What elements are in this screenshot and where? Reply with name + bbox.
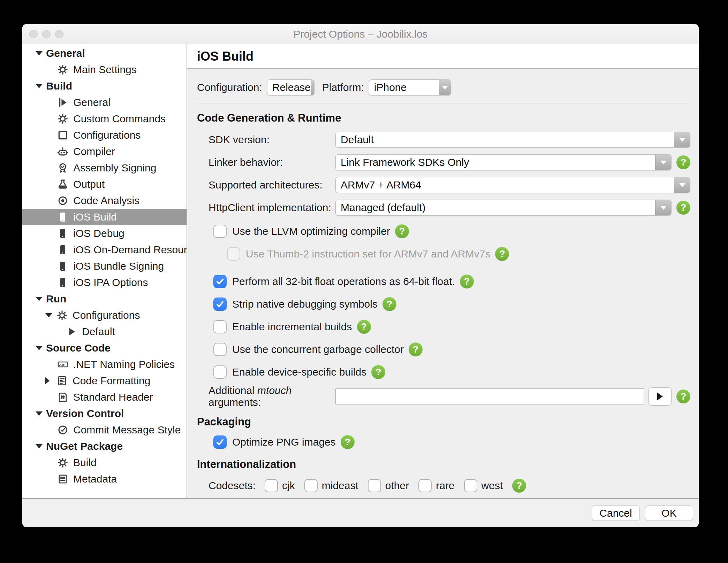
help-icon[interactable]: ?: [357, 320, 371, 334]
sidebar-item-ios-bundle-signing[interactable]: iOS Bundle Signing: [22, 258, 187, 274]
help-icon[interactable]: ?: [512, 479, 526, 493]
help-icon[interactable]: ?: [676, 155, 690, 169]
help-icon[interactable]: ?: [341, 435, 355, 449]
httpclient-implementation-row: HttpClient implementation: Managed (defa…: [197, 200, 690, 216]
minimize-button[interactable]: [42, 30, 51, 38]
chevron-down-icon[interactable]: [439, 80, 451, 95]
window-title: Project Options – Joobilix.los: [22, 28, 699, 40]
sidebar-item-run-default[interactable]: Default: [22, 323, 187, 340]
sidebar-item-standard-header[interactable]: Standard Header: [22, 389, 187, 405]
optimize-png-checkbox[interactable]: [213, 435, 227, 449]
sidebar-item-compiler[interactable]: Compiler: [22, 143, 187, 160]
chevron-down-icon[interactable]: [36, 411, 46, 416]
float64-checkbox[interactable]: [213, 275, 227, 288]
incremental-builds-checkbox[interactable]: [213, 320, 227, 333]
sidebar-item-nuget-package-category[interactable]: NuGet Package: [22, 438, 187, 454]
linker-behavior-dropdown[interactable]: Link Framework SDKs Only: [335, 154, 672, 170]
chevron-down-icon[interactable]: [36, 346, 46, 350]
mideast-checkbox[interactable]: [304, 479, 318, 492]
llvm-compiler-row: Use the LLVM optimizing compiler ?: [197, 224, 690, 238]
sidebar-item-ios-ipa-options[interactable]: iOS IPA Options: [22, 274, 187, 291]
optimize-png-row: Optimize PNG images ?: [197, 435, 690, 449]
help-icon[interactable]: ?: [395, 224, 409, 238]
phone-icon: [56, 244, 69, 256]
chevron-right-icon[interactable]: [45, 377, 56, 384]
sidebar-item-build-general[interactable]: General: [22, 94, 187, 110]
sidebar-item-net-naming-policies[interactable]: .NET Naming Policies: [22, 356, 187, 372]
document-lines-icon: [56, 473, 69, 485]
rare-checkbox[interactable]: [418, 479, 432, 492]
help-icon[interactable]: ?: [495, 247, 509, 261]
gear-icon: [56, 113, 69, 125]
gear-icon: [56, 456, 69, 469]
sidebar-item-assembly-signing[interactable]: Assembly Signing: [22, 160, 187, 176]
sidebar-item-run-category[interactable]: Run: [22, 291, 187, 307]
chevron-down-icon[interactable]: [36, 51, 46, 55]
concurrent-gc-checkbox[interactable]: [213, 343, 227, 356]
device-specific-builds-checkbox[interactable]: [213, 365, 227, 379]
sidebar-item-ios-on-demand-resources[interactable]: iOS On-Demand Resources: [22, 241, 187, 258]
chevron-down-icon[interactable]: [36, 297, 46, 301]
west-checkbox[interactable]: [464, 479, 477, 492]
help-icon[interactable]: ?: [676, 390, 690, 403]
phone-icon: [56, 260, 69, 272]
httpclient-implementation-dropdown[interactable]: Managed (default): [335, 200, 672, 216]
supported-architectures-row: Supported architectures: ARMv7 + ARM64: [197, 177, 690, 193]
sidebar-item-ios-debug[interactable]: iOS Debug: [22, 225, 187, 241]
linker-behavior-row: Linker behavior: Link Framework SDKs Onl…: [197, 154, 690, 170]
help-icon[interactable]: ?: [371, 365, 385, 379]
sidebar-item-general-category[interactable]: General: [22, 45, 187, 61]
divider: [197, 103, 690, 103]
sidebar-item-build-category[interactable]: Build: [22, 78, 187, 94]
help-icon[interactable]: ?: [382, 297, 396, 311]
gear-icon: [56, 309, 68, 322]
page-title: iOS Build: [197, 49, 253, 64]
chevron-down-icon[interactable]: [45, 313, 56, 317]
supported-architectures-label: Supported architectures:: [208, 179, 335, 191]
configuration-dropdown[interactable]: Release: [267, 79, 314, 95]
use-llvm-checkbox[interactable]: [213, 225, 227, 238]
cancel-button[interactable]: Cancel: [592, 506, 640, 521]
sidebar-item-configurations[interactable]: Configurations: [22, 127, 187, 143]
chevron-down-icon[interactable]: [655, 200, 671, 215]
ok-button[interactable]: OK: [645, 506, 693, 521]
circle-dot-icon: [56, 194, 69, 207]
sidebar-item-nuget-build[interactable]: Build: [22, 454, 187, 471]
sidebar-item-commit-message-style[interactable]: Commit Message Style: [22, 422, 187, 438]
chevron-down-icon[interactable]: [311, 80, 314, 95]
sidebar-item-run-configurations[interactable]: Configurations: [22, 307, 187, 323]
sdk-version-dropdown[interactable]: Default: [335, 132, 690, 148]
insert-argument-button[interactable]: [649, 387, 672, 406]
sdk-version-row: SDK version: Default: [197, 132, 690, 148]
chevron-down-icon[interactable]: [674, 177, 690, 193]
platform-dropdown[interactable]: iPhone: [369, 79, 451, 95]
zoom-button[interactable]: [55, 30, 63, 38]
robot-icon: [56, 145, 69, 158]
cjk-checkbox[interactable]: [265, 479, 278, 492]
float64-row: Perform all 32-bit float operations as 6…: [197, 275, 690, 288]
other-checkbox[interactable]: [368, 479, 381, 492]
codeset-option-other: other: [368, 479, 409, 492]
chevron-down-icon[interactable]: [36, 444, 46, 448]
strip-symbols-checkbox[interactable]: [213, 298, 227, 311]
sidebar-item-code-formatting[interactable]: Code Formatting: [22, 372, 187, 389]
sidebar-item-code-analysis[interactable]: Code Analysis: [22, 192, 187, 209]
help-icon[interactable]: ?: [676, 201, 690, 215]
sidebar-item-custom-commands[interactable]: Custom Commands: [22, 110, 187, 127]
supported-architectures-dropdown[interactable]: ARMv7 + ARM64: [335, 177, 690, 193]
help-icon[interactable]: ?: [409, 342, 423, 356]
codeset-option-mideast: mideast: [304, 479, 358, 492]
help-icon[interactable]: ?: [460, 275, 474, 288]
sidebar-item-version-control-category[interactable]: Version Control: [22, 405, 187, 422]
mtouch-arguments-input[interactable]: [335, 388, 644, 404]
close-button[interactable]: [29, 30, 38, 38]
chevron-down-icon[interactable]: [655, 155, 671, 170]
chevron-down-icon[interactable]: [36, 84, 46, 88]
sidebar-item-ios-build[interactable]: iOS Build: [22, 209, 187, 225]
sidebar-item-metadata[interactable]: Metadata: [22, 471, 187, 487]
phone-icon: [56, 276, 69, 289]
sidebar-item-output[interactable]: Output: [22, 176, 187, 192]
sidebar-item-main-settings[interactable]: Main Settings: [22, 61, 187, 78]
sidebar-item-source-code-category[interactable]: Source Code: [22, 340, 187, 356]
chevron-down-icon[interactable]: [674, 132, 690, 147]
